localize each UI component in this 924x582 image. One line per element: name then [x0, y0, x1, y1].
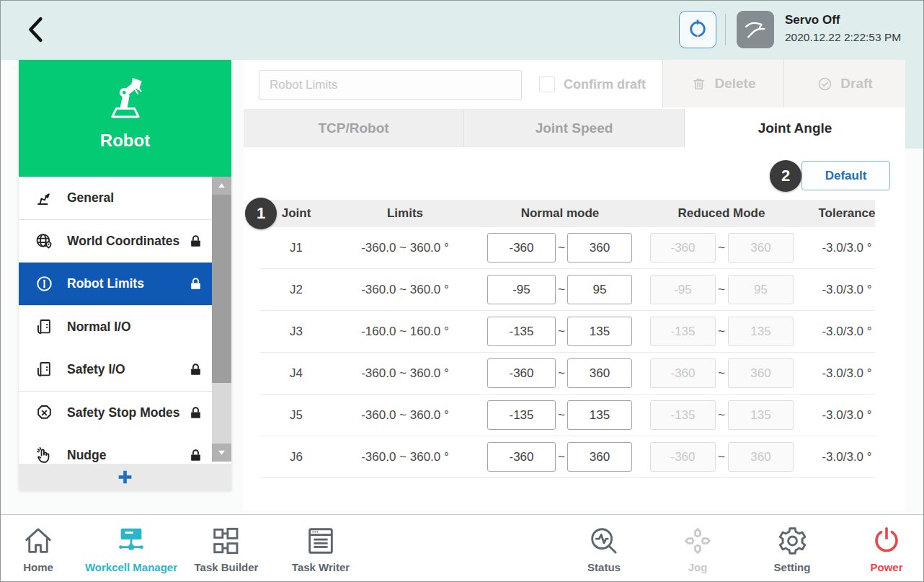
sidebar-scrollbar[interactable]: [212, 177, 231, 462]
plus-icon: [116, 468, 134, 486]
sidebar-menu: General World Coordinates: [19, 177, 231, 464]
nav-status[interactable]: Status: [550, 523, 658, 573]
j4-normal-max-input[interactable]: [567, 358, 632, 388]
scrollbar-thumb[interactable]: [212, 195, 231, 383]
j6-reduced-max-input[interactable]: [728, 442, 794, 472]
j4-reduced-min-input[interactable]: [650, 358, 716, 388]
sidebar-item-general[interactable]: General: [19, 177, 212, 220]
j5-reduced-min-input[interactable]: [650, 400, 716, 430]
scroll-down-button[interactable]: [212, 444, 231, 462]
j2-reduced-min-input[interactable]: [650, 275, 716, 304]
workcell-name-input[interactable]: [259, 70, 522, 100]
j5-normal-min-input[interactable]: [487, 400, 556, 430]
robot-arm-icon: [35, 188, 54, 208]
nav-workcell-manager[interactable]: Workcell Manager: [77, 523, 185, 573]
draft-button[interactable]: Draft: [783, 60, 905, 107]
range-separator: ~: [554, 353, 569, 394]
nav-jog: Jog: [644, 523, 752, 573]
sidebar-item-world-coordinates[interactable]: World Coordinates: [19, 220, 212, 263]
tolerance-value: -3.0/3.0 °: [796, 394, 897, 436]
j6-reduced-min-input[interactable]: [650, 442, 716, 472]
tolerance-value: -3.0/3.0 °: [796, 353, 897, 394]
j4-reduced-max-input[interactable]: [728, 358, 794, 388]
sidebar-item-safety-io[interactable]: Safety I/O: [19, 348, 212, 392]
draft-label: Draft: [840, 76, 872, 92]
range-separator: ~: [554, 436, 569, 477]
j1-normal-min-input[interactable]: [487, 233, 556, 263]
j3-reduced-max-input[interactable]: [728, 317, 794, 346]
lock-icon: [187, 405, 204, 421]
limits-value: -360.0 ~ 360.0 °: [347, 269, 463, 310]
lock-icon: [187, 361, 204, 378]
trash-icon: [690, 76, 707, 92]
j6-normal-min-input[interactable]: [487, 442, 556, 472]
limits-value: -360.0 ~ 360.0 °: [347, 227, 463, 268]
limits-value: -360.0 ~ 360.0 °: [347, 394, 463, 436]
j3-reduced-min-input[interactable]: [650, 317, 716, 346]
robot-card[interactable]: Robot: [19, 60, 231, 177]
lock-icon: [187, 447, 204, 464]
sidebar-item-normal-io[interactable]: Normal I/O: [19, 306, 212, 349]
nav-setting[interactable]: Setting: [738, 523, 846, 573]
tab-joint-speed[interactable]: Joint Speed: [464, 109, 685, 147]
j2-normal-min-input[interactable]: [487, 275, 556, 304]
sidebar-item-safety-stop-modes[interactable]: Safety Stop Modes: [19, 392, 212, 435]
nav-power[interactable]: Power: [832, 523, 924, 573]
task-writer-icon: [304, 524, 337, 557]
nav-task-builder[interactable]: Task Builder: [172, 523, 280, 573]
triangle-up-icon: [218, 182, 226, 190]
sidebar-item-label: Robot Limits: [67, 276, 144, 291]
sidebar-item-label: World Coordinates: [67, 234, 179, 249]
lock-icon: [187, 275, 204, 292]
hand-swipe-icon: [742, 17, 768, 43]
status-timestamp: 2020.12.22 2:22:53 PM: [785, 31, 901, 44]
annotation-badge-2: 2: [770, 160, 801, 192]
scroll-up-button[interactable]: [212, 177, 231, 195]
j6-normal-max-input[interactable]: [567, 442, 632, 472]
jog-dpad-icon: [681, 524, 714, 557]
j4-normal-min-input[interactable]: [487, 358, 556, 388]
joint-label: J4: [267, 353, 325, 394]
j2-normal-max-input[interactable]: [567, 275, 632, 304]
task-builder-icon: [210, 524, 243, 557]
delete-button[interactable]: Delete: [662, 60, 783, 107]
sidebar-item-label: Safety Stop Modes: [67, 405, 180, 420]
range-separator: ~: [554, 394, 569, 436]
confirm-draft-checkbox[interactable]: [539, 76, 555, 92]
j1-reduced-max-input[interactable]: [728, 233, 794, 263]
nav-task-writer[interactable]: Task Writer: [267, 523, 375, 573]
j1-reduced-min-input[interactable]: [650, 233, 716, 263]
add-workcell-item-button[interactable]: [19, 464, 231, 490]
gripper-tool-button[interactable]: [679, 11, 716, 48]
j3-normal-max-input[interactable]: [567, 317, 632, 346]
limits-value: -360.0 ~ 360.0 °: [347, 436, 463, 477]
tolerance-value: -3.0/3.0 °: [796, 311, 897, 352]
col-reduced: Reduced Mode: [664, 200, 779, 227]
top-divider: [725, 14, 726, 45]
manual-guide-button[interactable]: [737, 11, 774, 48]
limits-value: -160.0 ~ 160.0 °: [347, 311, 463, 352]
table-row-j3: J3 -160.0 ~ 160.0 ° ~ ~ -3.0/3.0 °: [260, 311, 875, 353]
tab-tcp-robot[interactable]: TCP/Robot: [244, 109, 464, 147]
range-separator: ~: [714, 436, 729, 477]
j1-normal-max-input[interactable]: [567, 233, 632, 263]
back-button[interactable]: [22, 12, 53, 48]
tab-joint-angle[interactable]: Joint Angle: [685, 109, 905, 147]
col-normal: Normal mode: [502, 200, 618, 227]
j5-reduced-max-input[interactable]: [728, 400, 794, 430]
sidebar-item-robot-limits[interactable]: Robot Limits: [19, 263, 212, 306]
range-separator: ~: [714, 269, 729, 310]
delete-label: Delete: [714, 76, 755, 92]
status-icon: [587, 524, 621, 557]
j2-reduced-max-input[interactable]: [728, 275, 794, 304]
j5-normal-max-input[interactable]: [567, 400, 632, 430]
range-separator: ~: [554, 227, 569, 268]
io-icon: [35, 360, 54, 379]
default-button[interactable]: Default: [801, 161, 890, 190]
j3-normal-min-input[interactable]: [487, 317, 556, 346]
sidebar-item-label: Nudge: [67, 448, 106, 463]
nav-label: Setting: [738, 561, 846, 573]
sidebar-item-nudge[interactable]: Nudge: [19, 434, 212, 464]
back-chevron-icon: [22, 12, 53, 47]
confirm-draft-label: Confirm draft: [564, 77, 646, 92]
